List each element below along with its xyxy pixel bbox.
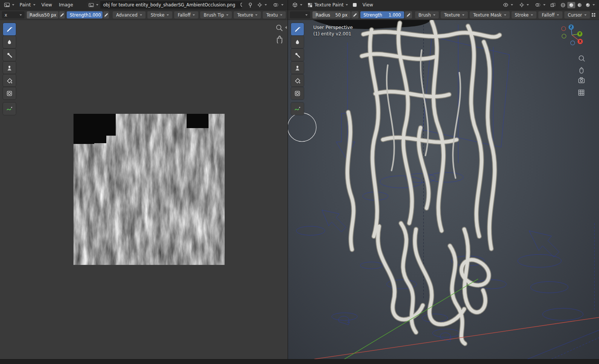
orthographic-toggle-icon[interactable] [579,90,584,95]
browse-image-dropdown[interactable] [87,1,100,9]
mode-dropdown[interactable]: Texture Paint [305,1,350,9]
brush-icon [6,26,13,33]
chevron-down-icon [557,14,559,16]
pencil-icon [406,12,411,17]
tool-draw[interactable] [3,23,16,35]
strength-slider[interactable]: Strength 1.000 [360,11,404,18]
tool-annotate[interactable] [3,102,16,115]
annotate-icon [294,106,301,112]
panel-brush[interactable]: Brush [415,11,439,18]
visibility-dropdown[interactable] [501,1,515,9]
blender-window: Paint View Image obj for texture entity_… [0,0,599,364]
gizmo-axis-z-neg[interactable] [571,41,575,45]
panel-texture-mask[interactable]: Textu [263,11,286,18]
menu-view[interactable]: View [38,1,55,9]
overlays-dropdown[interactable] [533,1,548,9]
brush-name: x [5,12,7,18]
tool-clone[interactable] [3,61,16,74]
viewport-tool-settings: Radius 50 px Strength 1.000 Brush Textur… [288,10,599,20]
strength-pressure-toggle[interactable] [103,11,109,18]
image-paint-toolbar [3,23,16,115]
vp-tool-mask[interactable] [291,87,304,99]
viewport-paint-toolbar [291,23,304,115]
gizmos-dropdown[interactable] [517,1,531,9]
wireframe-sphere-icon [561,3,565,8]
strength-pressure-toggle[interactable] [405,11,412,18]
vp-tool-draw[interactable] [291,23,304,35]
vp-tool-soften[interactable] [291,36,304,48]
radius-value: 50 px [335,12,347,18]
editor-type-dropdown[interactable] [290,1,305,9]
tool-settings-options-button[interactable] [590,12,597,18]
panel-cursor[interactable]: Cursor [564,11,590,18]
chevron-down-icon [433,14,435,16]
gizmo-axis-x-neg[interactable] [562,26,566,31]
navigation-gizmo[interactable]: Z Y X [562,24,583,45]
chevron-down-icon [33,4,35,6]
zoom-icon[interactable] [275,24,283,32]
gizmo-axis-y-neg[interactable] [562,34,566,38]
panel-falloff[interactable]: Falloff [538,11,562,18]
3d-scene[interactable]: Z Y X [288,20,599,359]
menu-view[interactable]: View [359,1,376,9]
overlays-dropdown[interactable] [271,1,286,9]
stamp-icon [294,64,301,71]
radius-slider[interactable]: Radius 50 px [313,11,351,18]
tool-soften[interactable] [3,36,16,48]
panel-texture[interactable]: Texture [441,11,468,18]
strength-slider[interactable]: Strength 1.000 [67,11,103,18]
image-editor-icon [4,2,10,8]
gizmos-dropdown[interactable] [255,1,269,9]
viewport-side-controls [579,56,585,95]
tool-fill[interactable] [3,74,16,87]
vp-tool-annotate[interactable] [291,102,304,115]
pan-hand-icon[interactable] [580,67,583,73]
menu-image[interactable]: Image [56,1,76,9]
tool-smear[interactable] [3,49,16,61]
armature-wireframe [296,24,599,359]
camera-view-icon[interactable] [579,78,584,83]
pin-icon [248,2,253,8]
gizmo-y-label: Y [578,32,581,36]
editor-type-dropdown[interactable] [2,1,17,9]
xray-toggle[interactable] [549,2,557,8]
brush-selector-dropdown[interactable] [290,11,310,18]
overlays-icon [535,2,541,8]
panel-stroke[interactable]: Stroke [147,11,173,18]
active-tool-icon-button[interactable] [351,2,358,8]
shading-rendered-button[interactable] [584,2,596,8]
viewport-canvas[interactable]: User Perspective (1) entity v2.001 [288,20,599,359]
image-canvas[interactable] [0,20,288,359]
shading-mode-group [558,2,597,9]
shading-material-button[interactable] [576,2,584,8]
shading-solid-button[interactable] [567,2,575,8]
radius-pressure-toggle[interactable] [59,11,65,18]
panel-texture-mask[interactable]: Texture Mask [470,11,509,18]
mode-dropdown[interactable]: Paint [17,1,38,9]
panel-texture[interactable]: Texture [234,11,261,18]
brush-selector-dropdown[interactable]: x [2,11,25,18]
panel-advanced[interactable]: Advanced [113,11,146,18]
zoom-icon[interactable] [579,56,585,61]
vp-tool-clone[interactable] [291,61,304,74]
tool-mask[interactable] [3,87,16,99]
axis-x-line [314,317,599,359]
vp-tool-smear[interactable] [291,49,304,61]
rendered-sphere-icon [585,3,590,8]
pencil-icon [60,12,64,17]
pan-hand-icon[interactable] [275,35,283,43]
sidebar-toggle-icon[interactable] [285,26,287,29]
radius-pressure-toggle[interactable] [351,11,358,18]
panel-stroke[interactable]: Stroke [512,11,537,18]
gizmo-icon [257,2,262,8]
fake-user-button[interactable] [238,1,242,9]
perspective-label: User Perspective [313,24,353,30]
panel-falloff[interactable]: Falloff [174,11,198,18]
shading-wireframe-button[interactable] [559,2,567,8]
panel-brush-tip[interactable]: Brush Tip [200,11,232,18]
pin-button[interactable] [247,2,254,9]
vp-tool-fill[interactable] [291,74,304,87]
radius-slider[interactable]: Radius 50 px [27,11,58,18]
image-name-field[interactable]: obj for texture entity_body_shaderSG_Amb… [100,2,238,8]
chevron-down-icon [300,4,302,6]
